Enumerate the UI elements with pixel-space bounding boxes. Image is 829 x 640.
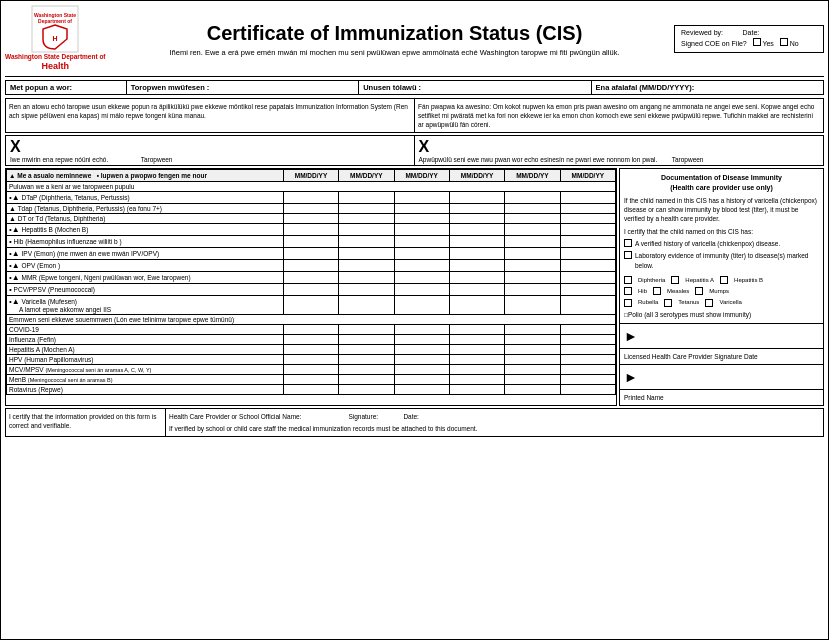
doc-content: Documentation of Disease Immunity (Healt… xyxy=(620,169,823,323)
hepb2-checkbox[interactable] xyxy=(720,276,728,284)
info-col4: Ena afalafal (MM/DD/YYYY): xyxy=(592,81,823,94)
vaccine-table: ▲ Me a asualo neminnewe • lupwen a pwopw… xyxy=(6,169,616,395)
date-col-6: MM/DD/YY xyxy=(560,170,615,182)
hepa-checkbox[interactable] xyxy=(671,276,679,284)
x-mark-left: X xyxy=(10,138,410,156)
varicella2-checkbox[interactable] xyxy=(705,299,713,307)
description-area: Ren an atowu echó taropwe usun ekkewe po… xyxy=(5,98,824,133)
x-left-cell: X Iwe mwirin ena repwe nóüni echó. Tarop… xyxy=(6,136,415,165)
footer-cert: I certify that the information provided … xyxy=(6,409,166,436)
vax-influenza: Influenza (Fefin) xyxy=(7,335,284,345)
lab-evidence-checkbox[interactable] xyxy=(624,251,632,259)
x-mark-right: X xyxy=(419,138,820,156)
logo-area: Washington State Department of H Washing… xyxy=(5,5,115,73)
no-checkbox[interactable] xyxy=(780,38,788,46)
footer-row: I certify that the information provided … xyxy=(5,408,824,437)
info-col1: Met popun a wor: xyxy=(6,81,127,94)
vax-mcv: MCV/MPSV (Meningococcal seni án aramas A… xyxy=(7,365,284,375)
info-row: Met popun a wor: Toropwen mwüfesen : Unu… xyxy=(5,80,824,95)
vax-varicella: •▲ Varicella (Mufesen) A lamot epwe akko… xyxy=(7,296,284,315)
vax-opv: •▲ OPV (Emon ) xyxy=(7,260,284,272)
hib2-checkbox[interactable] xyxy=(624,287,632,295)
info-col2: Toropwen mwüfesen : xyxy=(127,81,359,94)
table-row: COVID-19 xyxy=(7,325,616,335)
vaccine-section: ▲ Me a asualo neminnewe • lupwen a pwopw… xyxy=(5,168,617,406)
date-col-2: MM/DD/YY xyxy=(339,170,394,182)
svg-text:H: H xyxy=(53,35,58,42)
vax-ipv: •▲ IPV (Emon) (me mwen án ewe mwán IPV/O… xyxy=(7,248,284,260)
polio-label: □Polio (all 3 serotypes must show immuni… xyxy=(624,310,819,319)
vax-col-header: ▲ Me a asualo neminnewe • lupwen a pwopw… xyxy=(7,170,284,182)
main-title: Certificate of Immunization Status (CIS) xyxy=(115,21,674,45)
vax-hib: • Hib (Haemophilus influenzae wiliiti b … xyxy=(7,236,284,248)
sig-area: Licensed Health Care Provider Signature … xyxy=(620,348,823,364)
arrow-1-icon: ► xyxy=(624,328,638,344)
mumps-checkbox[interactable] xyxy=(695,287,703,295)
table-row: • PCV/PPSV (Pneumococcal) xyxy=(7,284,616,296)
diphtheria-checkbox[interactable] xyxy=(624,276,632,284)
header: Washington State Department of H Washing… xyxy=(5,5,824,77)
vax-dt-td: ▲ DT or Td (Tetanus, Diphtheria) xyxy=(7,214,284,224)
main-area: ▲ Me a asualo neminnewe • lupwen a pwopw… xyxy=(5,168,824,406)
doc-section: Documentation of Disease Immunity (Healt… xyxy=(619,168,824,406)
rubella-checkbox[interactable] xyxy=(624,299,632,307)
vax-tdap: ▲ Tdap (Tetanus, Diphtheria, Pertussis) … xyxy=(7,204,284,214)
table-row: •▲ MMR (Epwe tongeni, Ngeni pwülüwan wor… xyxy=(7,272,616,284)
logo-text: Washington State Department of Health xyxy=(5,53,106,73)
disease-row-2: Hib Measles Mumps xyxy=(624,287,819,295)
table-row: •▲ IPV (Emon) (me mwen án ewe mwán IPV/O… xyxy=(7,248,616,260)
vax-hepa: Hepatitis A (Mochen A) xyxy=(7,345,284,355)
desc-left: Ren an atowu echó taropwe usun ekkewe po… xyxy=(6,99,415,132)
table-row: HPV (Human Papillomavirus) xyxy=(7,355,616,365)
doc-desc1: If the child named in this CIS has a his… xyxy=(624,196,819,223)
arrow-2-icon: ► xyxy=(624,369,638,385)
vax-rotavirus: Rotavirus (Repwe) xyxy=(7,385,284,395)
table-row: •▲ Hepatitis B (Mochen B) xyxy=(7,224,616,236)
table-row: MCV/MPSV (Meningococcal seni án aramas A… xyxy=(7,365,616,375)
table-row: ▲ Tdap (Tetanus, Diphtheria, Pertussis) … xyxy=(7,204,616,214)
vax-dtap: •▲ DTaP (Diphtheria, Tetanus, Pertussis) xyxy=(7,192,284,204)
printed-name-area: Printed Name xyxy=(620,389,823,405)
table-row: •▲ Varicella (Mufesen) A lamot epwe akko… xyxy=(7,296,616,315)
date-col-4: MM/DD/YY xyxy=(449,170,504,182)
footer-provider: Health Care Provider or School Official … xyxy=(166,409,823,436)
doc-title: Documentation of Disease Immunity (Healt… xyxy=(624,173,819,193)
table-row: • Hib (Haemophilus influenzae wiliiti b … xyxy=(7,236,616,248)
checkbox-varicella-history: A verified history of varicella (chicken… xyxy=(624,239,819,248)
doc-desc2: I certify that the child named on this C… xyxy=(624,227,819,236)
table-row: Hepatitis A (Mochen A) xyxy=(7,345,616,355)
disease-row-1: Diphtheria Hepatitis A Hepatitis B xyxy=(624,276,819,284)
vax-covid: COVID-19 xyxy=(7,325,284,335)
vax-pcv: • PCV/PPSV (Pneumococcal) xyxy=(7,284,284,296)
info-col3: Unusen tólawü : xyxy=(359,81,591,94)
varicella-history-checkbox[interactable] xyxy=(624,239,632,247)
table-row: Influenza (Fefin) xyxy=(7,335,616,345)
review-box: Reviewed by: Date: Signed COE on File? Y… xyxy=(674,25,824,53)
tetanus-checkbox[interactable] xyxy=(664,299,672,307)
arrow-2-row: ► xyxy=(620,364,823,389)
disease-row-3: Rubella Tetanus Varicella xyxy=(624,298,819,306)
svg-text:Department of: Department of xyxy=(38,18,72,24)
table-row: MenB (Meningococcal seni án aramas B) xyxy=(7,375,616,385)
checkbox-lab-evidence: Laboratory evidence of immunity (titer) … xyxy=(624,251,819,269)
table-row: •▲ DTaP (Diphtheria, Tetanus, Pertussis) xyxy=(7,192,616,204)
puluwan-header: Puluwan we a keni ar we taropween pupulu xyxy=(7,182,616,192)
date-col-5: MM/DD/YY xyxy=(505,170,560,182)
date-col-1: MM/DD/YY xyxy=(283,170,338,182)
arrow-1-row: ► xyxy=(620,323,823,348)
table-row: Rotavirus (Repwe) xyxy=(7,385,616,395)
page: Washington State Department of H Washing… xyxy=(0,0,829,640)
x-row: X Iwe mwirin ena repwe nóüni echó. Tarop… xyxy=(5,135,824,166)
table-row: •▲ OPV (Emon ) xyxy=(7,260,616,272)
x-right-cell: X Apwüpwülü seni ewe nwu pwan wor echo e… xyxy=(415,136,824,165)
desc-right: Fán pwapwa ka awesino: Om kokot nupwen k… xyxy=(415,99,823,132)
table-row: ▲ DT or Td (Tetanus, Diphtheria) xyxy=(7,214,616,224)
title-area: Certificate of Immunization Status (CIS)… xyxy=(115,21,674,57)
vax-hpv: HPV (Human Papillomavirus) xyxy=(7,355,284,365)
yes-checkbox[interactable] xyxy=(753,38,761,46)
wa-health-logo: Washington State Department of H xyxy=(31,5,79,53)
date-col-3: MM/DD/YY xyxy=(394,170,449,182)
vax-mmr: •▲ MMR (Epwe tongeni, Ngeni pwülüwan wor… xyxy=(7,272,284,284)
vax-hepb: •▲ Hepatitis B (Mochen B) xyxy=(7,224,284,236)
measles-checkbox[interactable] xyxy=(653,287,661,295)
